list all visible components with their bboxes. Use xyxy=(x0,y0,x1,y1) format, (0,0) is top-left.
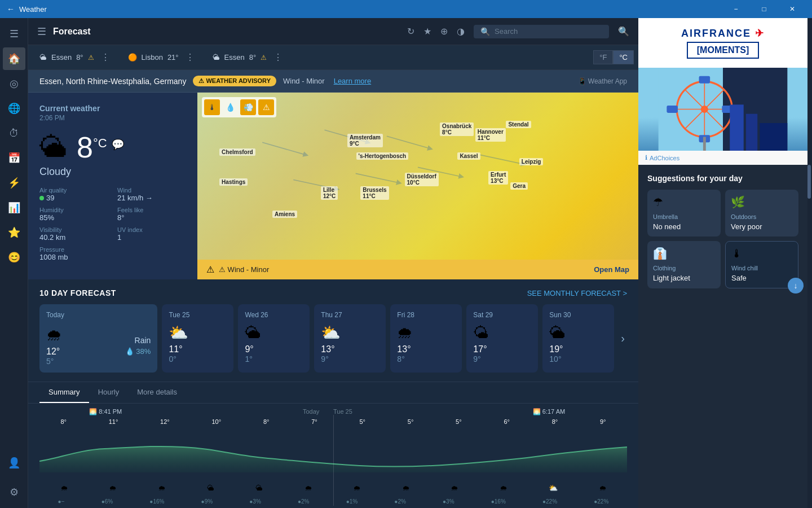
tab-weather-icon-0: 🌥 xyxy=(39,53,47,62)
ad-image xyxy=(638,68,807,151)
forecast-next-button[interactable]: › xyxy=(619,304,627,373)
hourly-temp-11: 9° xyxy=(600,418,606,425)
day-name-2: Wed 26 xyxy=(245,311,303,319)
forecast-day-1[interactable]: Tue 25 ⛅ 11° 0° xyxy=(162,304,233,373)
svg-line-6 xyxy=(480,155,523,164)
hourly-icon-2: 🌧 xyxy=(158,484,165,492)
sidebar-icon-clock[interactable]: ⏱ xyxy=(3,122,25,144)
tab-more-1[interactable]: ⋮ xyxy=(183,50,197,65)
sidebar-icon-profile[interactable]: 👤 xyxy=(3,452,25,474)
pin-icon[interactable]: ⊕ xyxy=(440,26,448,37)
suggestion-wind-chill: 🌡 Wind chill Safe ↓ xyxy=(725,241,798,288)
day-low-5: 9° xyxy=(473,354,531,364)
hourly-temp-10: 8° xyxy=(552,418,558,425)
search-box[interactable]: 🔍 xyxy=(474,25,609,38)
sidebar-icon-menu[interactable]: ☰ xyxy=(3,23,25,45)
location-tab-0[interactable]: 🌥 Essen 8° ⚠ ⋮ xyxy=(33,46,119,68)
location-tab-2[interactable]: 🌥 Essen 8° ⚠ ⋮ xyxy=(206,46,292,68)
sidebar-icon-location[interactable]: ◎ xyxy=(3,72,25,95)
hourly-icon-8: 🌧 xyxy=(451,484,458,492)
hourly-icon-10: ⛅ xyxy=(549,484,558,492)
location-tab-1[interactable]: 🟠 Lisbon 21° ⋮ xyxy=(121,46,204,68)
sidebar-icon-chart[interactable]: 📊 xyxy=(3,196,25,219)
current-condition: Cloudy xyxy=(39,166,186,178)
sidebar-icon-settings[interactable]: ⚙ xyxy=(3,481,25,503)
forecast-day-2[interactable]: Wed 26 🌥 9° 1° xyxy=(238,304,310,373)
summary-tab-more-details[interactable]: More details xyxy=(128,382,186,403)
sidebar-icon-smiley[interactable]: 😊 xyxy=(3,246,25,269)
sidebar-icon-calendar[interactable]: 📅 xyxy=(3,147,25,169)
svg-rect-22 xyxy=(760,123,787,151)
refresh-icon[interactable]: ↻ xyxy=(407,26,414,37)
maximize-button[interactable]: □ xyxy=(751,0,777,18)
see-monthly-button[interactable]: SEE MONTHLY FORECAST > xyxy=(527,289,627,297)
tab-city-0: Essen xyxy=(51,53,72,62)
sidebar-icon-star[interactable]: ⭐ xyxy=(3,221,25,244)
window-controls: − □ ✕ xyxy=(723,0,805,18)
fahrenheit-button[interactable]: °F xyxy=(593,50,613,64)
suggestions-title: Suggestions for your day xyxy=(647,174,798,183)
current-weather-icon: 🌥 xyxy=(39,131,68,164)
forecast-day-4[interactable]: Fri 28 🌧 13° 8° xyxy=(390,304,462,373)
hourly-rain-0: ●− xyxy=(58,498,65,505)
day-icon-1: ⛅ xyxy=(169,323,227,342)
day-low-today: 5° xyxy=(46,357,62,366)
tab-more-0[interactable]: ⋮ xyxy=(99,50,112,65)
close-button[interactable]: ✕ xyxy=(779,0,805,18)
minimize-button[interactable]: − xyxy=(723,0,749,18)
sidebar-icon-lightning[interactable]: ⚡ xyxy=(3,172,25,194)
summary-tab-summary[interactable]: Summary xyxy=(39,382,89,403)
humidity-stat: Humidity 85% xyxy=(39,207,108,222)
ad-panel: AIRFRANCE ✈ [MOMENTS] xyxy=(638,18,807,165)
map-city-chelmsford: Chelmsford xyxy=(219,148,255,156)
hourly-rain-10: ●22% xyxy=(542,498,557,505)
advisory-badge[interactable]: ⚠ WEATHER ADVISORY xyxy=(193,76,276,86)
summary-tab-hourly[interactable]: Hourly xyxy=(89,382,129,403)
learn-more-link[interactable]: Learn more xyxy=(334,77,371,85)
hourly-temp-9: 6° xyxy=(504,418,510,425)
sidebar-icon-globe[interactable]: 🌐 xyxy=(3,97,25,120)
tab-more-2[interactable]: ⋮ xyxy=(271,50,285,65)
day-name-6: Sun 30 xyxy=(549,311,607,319)
hourly-chart-area: 🌅 8:41 PM Today Tue 25 🌅 6:17 AM 8° 11° … xyxy=(28,404,638,508)
dark-mode-icon[interactable]: ◑ xyxy=(457,26,465,37)
air-quality-dot xyxy=(39,196,44,200)
app-title: Weather xyxy=(19,5,47,14)
forecast-day-3[interactable]: Thu 27 ⛅ 13° 9° xyxy=(314,304,386,373)
main-content: ☰ Forecast ↻ ★ ⊕ ◑ 🔍 🔍 🌥 Essen 8° ⚠ xyxy=(28,18,638,508)
svg-rect-20 xyxy=(730,104,744,151)
svg-rect-21 xyxy=(746,114,757,151)
back-arrow[interactable]: ← xyxy=(7,5,15,14)
map-footer: ⚠ ⚠ Wind - Minor Open Map xyxy=(197,260,638,279)
map-city-dusseldorf: Düsseldorf10°C xyxy=(405,173,439,186)
scrollbar-thumb[interactable] xyxy=(807,165,811,199)
hourly-icon-4: 🌥 xyxy=(255,484,263,492)
favorite-icon[interactable]: ★ xyxy=(423,26,431,37)
tab-weather-icon-1: 🟠 xyxy=(128,53,137,62)
sidebar-icon-home[interactable]: 🏠 xyxy=(3,47,25,70)
hourly-icon-9: 🌧 xyxy=(500,484,507,492)
day-name-today: Today xyxy=(46,311,151,319)
open-map-button[interactable]: Open Map xyxy=(594,265,629,274)
day-icon-today: 🌧 xyxy=(46,326,62,344)
forecast-day-6[interactable]: Sun 30 🌥 19° 10° xyxy=(542,304,614,373)
right-panel: AIRFRANCE ✈ [MOMENTS] xyxy=(638,18,807,508)
hourly-rain-2: ●16% xyxy=(149,498,164,505)
download-button[interactable]: ↓ xyxy=(788,278,804,294)
advisory-location: Essen, North Rhine-Westphalia, Germany xyxy=(39,77,186,86)
search-submit-icon[interactable]: 🔍 xyxy=(618,26,629,37)
hourly-temp-5: 7° xyxy=(311,418,317,425)
ad-choices-text[interactable]: AdChoices xyxy=(650,155,679,161)
menu-toggle[interactable]: ☰ xyxy=(37,25,46,38)
day-high-4: 13° xyxy=(397,344,455,354)
advisory-text: Wind - Minor xyxy=(283,77,325,85)
weather-app-link[interactable]: 📱 Weather App xyxy=(578,77,628,85)
day-low-1: 0° xyxy=(169,354,227,364)
scrollbar-track[interactable] xyxy=(807,18,812,508)
forecast-day-5[interactable]: Sat 29 🌤 17° 9° xyxy=(466,304,538,373)
search-input[interactable] xyxy=(495,27,596,36)
forecast-day-today[interactable]: Today 🌧 12° 5° Rain 💧 38% xyxy=(39,304,157,373)
celsius-button[interactable]: °C xyxy=(613,50,634,64)
outdoors-label: Outdoors xyxy=(731,213,793,220)
temp-unit-toggle: °F °C xyxy=(593,50,634,64)
